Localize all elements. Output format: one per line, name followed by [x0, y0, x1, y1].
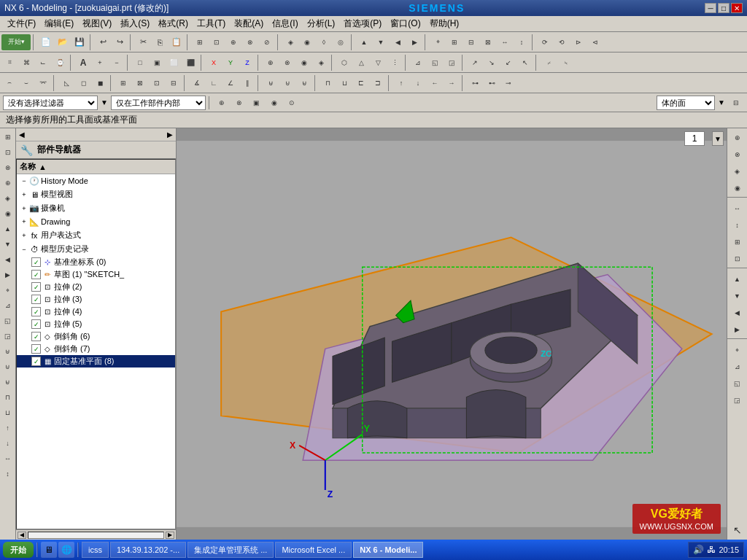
- menu-window[interactable]: 窗口(O): [386, 16, 425, 31]
- start-button[interactable]: 开始▾: [1, 34, 31, 50]
- scroll-track-h[interactable]: [28, 532, 164, 539]
- tb-btn-a5[interactable]: ⊘: [259, 34, 275, 50]
- left-icon-9[interactable]: ◀: [1, 252, 15, 267]
- left-icon-13[interactable]: ◱: [1, 314, 15, 328]
- tb2-btn-19[interactable]: ⋮: [387, 55, 403, 71]
- expand-icon-user-expr[interactable]: +: [20, 231, 28, 240]
- filter-select-right[interactable]: 仅在工作部件内部: [111, 96, 206, 110]
- tb3-btn-8[interactable]: ⊠: [132, 75, 148, 91]
- tb3-btn-21[interactable]: ⊐: [370, 75, 386, 91]
- tb-btn-c1[interactable]: ▲: [356, 34, 372, 50]
- nav-item-fixed-plane8[interactable]: ✓ ▦ 固定基准平面 (8): [17, 355, 175, 368]
- tb2-btn-25[interactable]: ↙: [500, 55, 516, 71]
- filter-btn-3[interactable]: ▣: [249, 96, 264, 110]
- tb-btn-e4[interactable]: ⊲: [587, 34, 603, 50]
- nav-item-model-history[interactable]: − ⏱ 模型历史记录: [17, 242, 175, 256]
- left-icon-10[interactable]: ▶: [1, 268, 15, 282]
- filter-btn-2[interactable]: ⊗: [232, 96, 247, 110]
- right-tb-11[interactable]: ◀: [729, 305, 746, 321]
- tb-btn-b1[interactable]: ◈: [282, 34, 298, 50]
- nav-item-chamfer6[interactable]: ✓ ◇ 倒斜角 (6): [17, 330, 175, 343]
- tb2-btn-4[interactable]: ⌚: [52, 55, 68, 71]
- left-icon-16[interactable]: ⊍: [1, 359, 15, 374]
- tb3-btn-10[interactable]: ⊟: [166, 75, 182, 91]
- nav-item-camera[interactable]: + 📷 摄像机: [17, 201, 175, 215]
- tb3-btn-15[interactable]: ⊎: [263, 75, 279, 91]
- panel-collapse-btn[interactable]: ◀: [19, 131, 25, 139]
- tb2-btn-23[interactable]: ↗: [467, 55, 483, 71]
- save-btn[interactable]: 💾: [71, 34, 88, 50]
- left-icon-19[interactable]: ⊔: [1, 405, 15, 420]
- tb3-btn-4[interactable]: ◺: [58, 75, 74, 91]
- body-select[interactable]: 体的面: [657, 96, 715, 110]
- tb-btn-d2[interactable]: ⊞: [446, 34, 462, 50]
- taskbtn-icss[interactable]: icss: [82, 542, 109, 558]
- right-tb-13[interactable]: ⌖: [729, 342, 746, 358]
- taskbtn-excel[interactable]: Microsoft Excel ...: [275, 542, 352, 558]
- right-tb-10[interactable]: ▼: [729, 288, 746, 304]
- right-tb-1[interactable]: ⊕: [729, 130, 746, 146]
- scroll-right-btn[interactable]: ▶: [166, 532, 174, 539]
- quicklaunch-1[interactable]: 🖥: [41, 542, 57, 558]
- tb2-btn-7[interactable]: −: [109, 55, 125, 71]
- tb-btn-b2[interactable]: ◉: [299, 34, 315, 50]
- left-icon-17[interactable]: ⊌: [1, 375, 15, 389]
- menu-info[interactable]: 信息(I): [268, 16, 302, 31]
- tb3-btn-18[interactable]: ⊓: [320, 75, 336, 91]
- tb3-btn-5[interactable]: ◻: [75, 75, 91, 91]
- right-tb-4[interactable]: ◉: [729, 180, 746, 196]
- tb3-btn-11[interactable]: ∡: [189, 75, 205, 91]
- menu-assembly[interactable]: 装配(A): [230, 16, 268, 31]
- tb2-btn-24[interactable]: ↘: [484, 55, 500, 71]
- tb3-btn-19[interactable]: ⊔: [336, 75, 352, 91]
- tb-btn-d6[interactable]: ↕: [514, 34, 530, 50]
- tb2-btn-18[interactable]: ▽: [370, 55, 386, 71]
- right-tb-3[interactable]: ◈: [729, 163, 746, 179]
- left-icon-5[interactable]: ◈: [1, 191, 15, 206]
- menu-edit[interactable]: 编辑(E): [40, 16, 78, 31]
- nav-item-sketch[interactable]: ✓ ✏ 草图 (1) "SKETCH_: [17, 268, 175, 281]
- tb2-btn-21[interactable]: ◱: [427, 55, 443, 71]
- menu-view[interactable]: 视图(V): [78, 16, 116, 31]
- tb2-xyz-z[interactable]: Z: [239, 55, 255, 71]
- tb-btn-c3[interactable]: ◀: [390, 34, 406, 50]
- expand-icon-model-view[interactable]: +: [20, 190, 28, 199]
- tb3-btn-12[interactable]: ∟: [206, 75, 222, 91]
- tb3-btn-28[interactable]: ⊸: [500, 75, 516, 91]
- taskbtn-ims[interactable]: 集成定单管理系统 ...: [187, 542, 274, 558]
- tb2-btn-28[interactable]: ⍀: [557, 55, 573, 71]
- filter-btn-1[interactable]: ⊕: [214, 96, 229, 110]
- minimize-button[interactable]: ─: [705, 3, 716, 13]
- tb3-btn-7[interactable]: ⊞: [115, 75, 131, 91]
- left-icon-11[interactable]: ⌖: [1, 283, 15, 298]
- right-tb-14[interactable]: ⊿: [729, 359, 746, 375]
- tb3-btn-25[interactable]: →: [444, 75, 460, 91]
- expand-icon-model-history[interactable]: −: [20, 245, 28, 254]
- nav-scrollbar-h[interactable]: ◀ ▶: [16, 529, 176, 540]
- tb2-btn-8[interactable]: □: [132, 55, 148, 71]
- right-tb-12[interactable]: ▶: [729, 322, 746, 338]
- filter-btn-5[interactable]: ⊙: [285, 96, 299, 110]
- tb2-btn-16[interactable]: ⬡: [336, 55, 352, 71]
- tb-btn-e1[interactable]: ⟳: [537, 34, 553, 50]
- tb3-btn-13[interactable]: ∠: [222, 75, 239, 91]
- right-tb-9[interactable]: ▲: [729, 271, 746, 287]
- left-icon-21[interactable]: ↓: [1, 436, 15, 451]
- menu-format[interactable]: 格式(R): [154, 16, 193, 31]
- tb-btn-a3[interactable]: ⊕: [225, 34, 241, 50]
- tb2-btn-14[interactable]: ◉: [296, 55, 312, 71]
- tb3-btn-14[interactable]: ∥: [239, 75, 255, 91]
- tb-btn-c2[interactable]: ▼: [373, 34, 389, 50]
- tb2-btn-26[interactable]: ↖: [517, 55, 533, 71]
- expand-icon-drawing[interactable]: +: [20, 217, 28, 226]
- scroll-left-btn[interactable]: ◀: [18, 532, 26, 539]
- nav-item-datum-csys[interactable]: ✓ ⊹ 基准坐标系 (0): [17, 256, 175, 268]
- tb3-btn-17[interactable]: ⊌: [296, 75, 312, 91]
- start-button[interactable]: 开始: [3, 542, 34, 558]
- tb2-btn-10[interactable]: ⬜: [166, 55, 182, 71]
- tb3-btn-27[interactable]: ⊷: [484, 75, 500, 91]
- nav-item-extrude5[interactable]: ✓ ⊡ 拉伸 (5): [17, 318, 175, 330]
- tb3-btn-23[interactable]: ↓: [410, 75, 426, 91]
- left-icon-18[interactable]: ⊓: [1, 390, 15, 405]
- right-tb-6[interactable]: ↕: [729, 217, 746, 233]
